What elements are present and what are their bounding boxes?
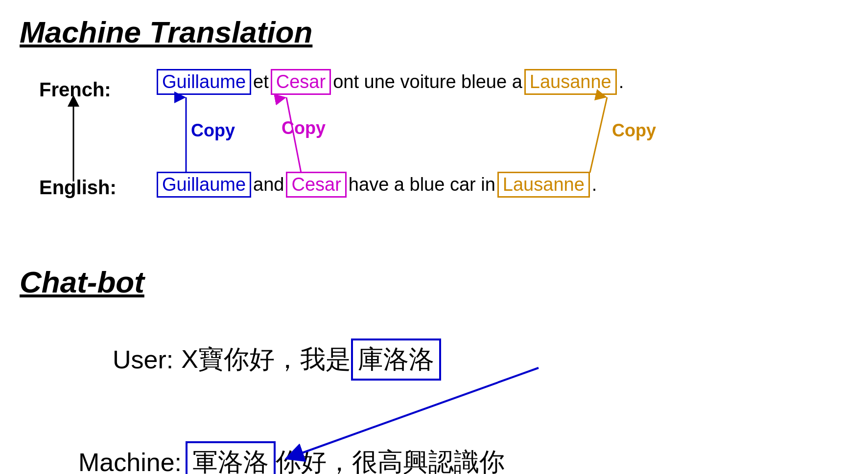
french-english-arrow	[66, 96, 81, 186]
svg-line-3	[590, 97, 607, 173]
machine-translation-section: Machine Translation French: English: Gui…	[20, 15, 848, 235]
english-label: English:	[39, 177, 117, 199]
french-sentence: Guillaume et Cesar ont une voiture bleue…	[157, 69, 626, 95]
chatbot-title: Chat-bot	[20, 265, 848, 299]
chatbot-section: Chat-bot User: X寶你好，我是 庫洛洛 Machine: 軍洛洛 …	[20, 265, 848, 474]
copy-label-magenta: Copy	[282, 118, 326, 138]
french-cesar: Cesar	[271, 69, 331, 95]
french-guillaume: Guillaume	[157, 69, 251, 95]
user-prefix: User:	[113, 345, 173, 374]
machine-line: Machine: 軍洛洛 你好，很高興認識你	[78, 441, 505, 474]
user-highlighted-word: 庫洛洛	[351, 339, 441, 381]
user-text-before: X寶你好，我是	[181, 342, 351, 377]
user-line: User: X寶你好，我是 庫洛洛	[113, 339, 441, 381]
copy-label-orange: Copy	[612, 120, 656, 141]
french-label: French:	[39, 79, 111, 101]
english-guillaume: Guillaume	[157, 172, 251, 198]
machine-translation-title: Machine Translation	[20, 15, 848, 49]
english-sentence: Guillaume and Cesar have a blue car in L…	[157, 172, 599, 198]
machine-text-after: 你好，很高興認識你	[276, 445, 505, 474]
french-lausanne: Lausanne	[524, 69, 617, 95]
copy-label-blue: Copy	[191, 120, 235, 141]
machine-highlighted-word: 軍洛洛	[186, 441, 276, 474]
machine-prefix: Machine:	[78, 448, 182, 474]
english-lausanne: Lausanne	[497, 172, 590, 198]
english-cesar: Cesar	[286, 172, 346, 198]
